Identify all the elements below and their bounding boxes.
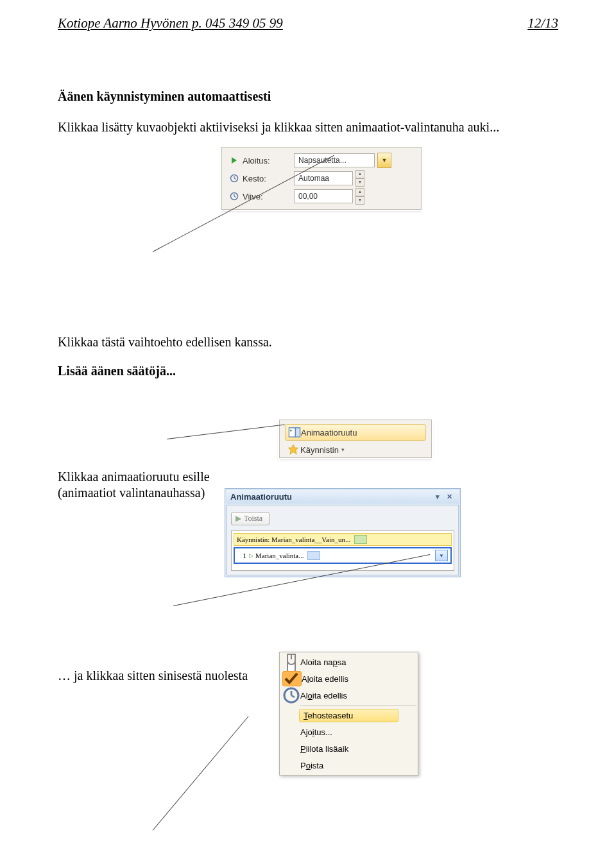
menu-item-remove[interactable]: Poista bbox=[280, 757, 418, 774]
menu-separator bbox=[300, 705, 416, 706]
list-item-index: 1 bbox=[237, 552, 246, 559]
label-kesto: Kesto: bbox=[243, 174, 266, 183]
animation-list: Käynnistin: Marian_valinta__Vain_un... 1… bbox=[231, 530, 454, 571]
page-header: Kotiope Aarno Hyvönen p. 045 349 05 99 1… bbox=[0, 0, 616, 31]
menu-item-label: Aloita napsa bbox=[300, 657, 346, 667]
menu-item-start-after-prev[interactable]: Aloita edellis bbox=[280, 687, 418, 704]
screenshot-context-menu: Aloita napsa Aloita edellis Aloita edell… bbox=[279, 652, 418, 776]
viive-field[interactable]: 00,00 bbox=[294, 189, 353, 203]
paragraph-3a: Klikkaa animaatioruutu esille bbox=[58, 469, 558, 485]
toista-label: Toista bbox=[244, 514, 262, 523]
duration-bar bbox=[354, 535, 367, 544]
row-aloitus: Aloitus: Napsautetta... ▼ bbox=[222, 151, 421, 169]
label-aloitus: Aloitus: bbox=[243, 156, 270, 165]
viive-spinner[interactable]: ▲▼ bbox=[355, 188, 364, 205]
menu-item-timing[interactable]: Ajoitus... bbox=[280, 724, 418, 740]
chevron-down-icon: ▾ bbox=[341, 446, 345, 453]
pane-window-icons[interactable]: ▾ ✕ bbox=[436, 493, 455, 501]
clock-icon bbox=[282, 686, 300, 704]
label-viive: Viive: bbox=[243, 192, 263, 201]
svg-point-5 bbox=[290, 430, 292, 432]
menu-item-label: Ajoitus... bbox=[300, 727, 332, 737]
screenshot-animation-buttons: Animaatioruutu Käynnistin ▾ bbox=[279, 420, 432, 458]
list-item-selected[interactable]: 1 ▷ Marian_valinta... ▼ bbox=[234, 547, 452, 564]
header-right: 12/13 bbox=[527, 15, 558, 31]
play-icon: ▶ bbox=[235, 514, 241, 523]
screenshot-timing-group: Aloitus: Napsautetta... ▼ Kesto: Automaa… bbox=[221, 147, 422, 210]
menu-item-effect-options[interactable]: Tehosteasetu bbox=[280, 707, 418, 724]
play-outline-icon: ▷ bbox=[249, 552, 253, 559]
list-item-trigger-label: Käynnistin: Marian_valinta__Vain_un... bbox=[237, 536, 350, 543]
menu-item-label: Aloita edellis bbox=[302, 674, 348, 684]
menu-item-hide-timeline[interactable]: Piilota lisäaik bbox=[280, 740, 418, 757]
menu-item-label: Poista bbox=[300, 761, 323, 770]
pane-titlebar: Animaatioruutu ▾ ✕ bbox=[227, 490, 459, 504]
play-icon bbox=[230, 156, 239, 165]
header-left: Kotiope Aarno Hyvönen p. 045 349 05 99 bbox=[58, 15, 283, 31]
menu-item-label: Tehosteasetu bbox=[299, 709, 398, 722]
pane-icon bbox=[288, 426, 301, 439]
svg-marker-0 bbox=[232, 157, 237, 164]
svg-rect-4 bbox=[295, 428, 300, 437]
list-item-trigger[interactable]: Käynnistin: Marian_valinta__Vain_un... bbox=[234, 533, 452, 546]
animaatioruutu-button[interactable]: Animaatioruutu bbox=[285, 424, 426, 441]
menu-item-label: Piilota lisäaik bbox=[300, 744, 348, 754]
animaatioruutu-label: Animaatioruutu bbox=[301, 428, 357, 437]
clock-icon bbox=[230, 174, 239, 183]
paragraph-2: Klikkaa tästä vaihtoehto edellisen kanss… bbox=[58, 334, 558, 350]
kaynnistin-button[interactable]: Käynnistin ▾ bbox=[285, 442, 426, 457]
heading-2: Lisää äänen säätöjä... bbox=[58, 363, 558, 379]
menu-item-label: Aloita edellis bbox=[300, 691, 347, 700]
row-kesto: Kesto: Automaa ▲▼ bbox=[222, 169, 421, 187]
pane-title: Animaatioruutu bbox=[230, 492, 292, 502]
kaynnistin-label: Käynnistin bbox=[300, 445, 339, 455]
aloitus-dropdown-arrow[interactable]: ▼ bbox=[377, 153, 391, 168]
trigger-icon bbox=[287, 443, 300, 456]
kesto-spinner[interactable]: ▲▼ bbox=[355, 170, 364, 187]
svg-rect-3 bbox=[289, 428, 295, 437]
screenshot-animation-pane: Animaatioruutu ▾ ✕ ▶ Toista Käynnistin: … bbox=[225, 488, 461, 577]
mouse-icon bbox=[282, 653, 300, 671]
menu-item-start-with-prev[interactable]: Aloita edellis bbox=[280, 670, 418, 687]
toista-button[interactable]: ▶ Toista bbox=[231, 512, 270, 525]
svg-marker-6 bbox=[288, 445, 298, 454]
menu-item-start-click[interactable]: Aloita napsa bbox=[280, 654, 418, 670]
check-icon bbox=[282, 671, 302, 686]
duration-bar bbox=[307, 551, 320, 560]
list-item-selected-label: Marian_valinta... bbox=[255, 552, 304, 559]
row-viive: Viive: 00,00 ▲▼ bbox=[222, 187, 421, 205]
kesto-field[interactable]: Automaa bbox=[294, 171, 353, 185]
paragraph-1: Klikkaa lisätty kuvaobjekti aktiiviseksi… bbox=[58, 119, 558, 135]
section-heading: Äänen käynnistyminen automaattisesti bbox=[58, 89, 558, 104]
item-dropdown-arrow[interactable]: ▼ bbox=[435, 550, 448, 561]
clock-icon bbox=[230, 192, 239, 201]
